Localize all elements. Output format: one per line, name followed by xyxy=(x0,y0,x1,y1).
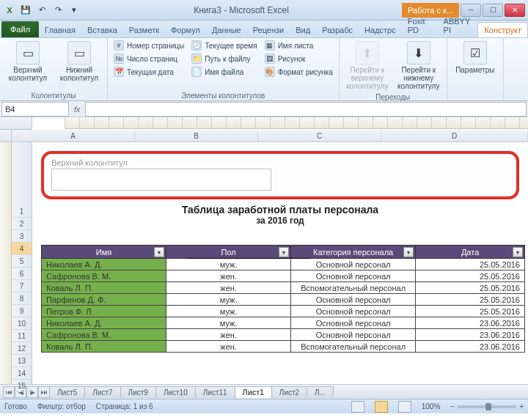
cell-name[interactable]: Николаев А. Д. xyxy=(42,317,166,329)
row-13[interactable]: 13 xyxy=(12,355,32,367)
name-box[interactable]: B4 xyxy=(1,102,69,117)
row-7[interactable]: 7 xyxy=(12,280,32,292)
tab-view[interactable]: Вид xyxy=(290,23,316,37)
cell-cat[interactable]: Основной персонал xyxy=(291,294,416,306)
table-row[interactable]: Коваль Л. П.жен.Вспомогательный персонал… xyxy=(42,341,525,353)
save-icon[interactable]: 💾 xyxy=(19,4,32,17)
cell-name[interactable]: Коваль Л. П. xyxy=(42,282,166,294)
col-B[interactable]: B xyxy=(135,130,258,141)
tab-foxit[interactable]: Foxit PD xyxy=(402,14,438,37)
format-picture-button[interactable]: 🎨Формат рисунка xyxy=(263,66,334,78)
table-row[interactable]: Коваль Л. П.жен.Вспомогательный персонал… xyxy=(42,282,525,294)
cell-name[interactable]: Петров Ф. Л. xyxy=(42,306,166,317)
cell-date[interactable]: 23.06.2016 xyxy=(416,317,525,329)
cell-date[interactable]: 23.06.2016 xyxy=(416,341,525,353)
column-header[interactable]: Имя▾ xyxy=(42,246,166,259)
cell-name[interactable]: Сафронова В. М. xyxy=(42,270,166,282)
fx-icon[interactable]: fx xyxy=(69,105,85,114)
formula-input[interactable] xyxy=(85,102,527,117)
view-normal-button[interactable] xyxy=(351,401,364,413)
current-time-button[interactable]: 🕒Текущее время xyxy=(190,40,258,51)
zoom-in-icon[interactable]: + xyxy=(519,402,524,410)
cell-name[interactable]: Парфенов Д. Ф. xyxy=(42,294,166,306)
sheet-tab[interactable]: Лист2 xyxy=(271,386,307,398)
page-count-button[interactable]: №Число страниц xyxy=(112,53,186,65)
table-row[interactable]: Николаев А. Д.муж.Основной персонал25.05… xyxy=(42,259,525,270)
select-all-corner[interactable] xyxy=(0,117,32,130)
sheet-name-button[interactable]: ▦Имя листа xyxy=(263,40,334,51)
cell-sex[interactable]: жен. xyxy=(166,270,291,282)
table-row[interactable]: Парфенов Д. Ф.муж.Основной персонал25.05… xyxy=(42,294,525,306)
sheet-tab[interactable]: Л... xyxy=(307,386,334,398)
row-3[interactable]: 3 xyxy=(12,230,32,243)
cell-cat[interactable]: Основной персонал xyxy=(291,329,416,341)
sheet-tab[interactable]: Лист5 xyxy=(49,386,85,398)
page-number-button[interactable]: #Номер страницы xyxy=(112,40,186,51)
footer-button[interactable]: ▭ Нижний колонтитул xyxy=(56,40,103,84)
row-2[interactable]: 2 xyxy=(12,218,32,230)
row-10[interactable]: 10 xyxy=(12,317,32,330)
header-button[interactable]: ▭ Верхний колонтитул xyxy=(4,40,51,84)
cell-sex[interactable]: муж. xyxy=(166,317,291,329)
maximize-button[interactable]: ☐ xyxy=(483,4,503,17)
row-1[interactable]: 1 xyxy=(12,205,32,218)
qat-dropdown-icon[interactable]: ▾ xyxy=(67,4,81,17)
options-button[interactable]: ☑ Параметры xyxy=(452,40,499,75)
row-11[interactable]: 11 xyxy=(12,330,32,342)
filter-dropdown-icon[interactable]: ▾ xyxy=(154,247,164,257)
col-C[interactable]: C xyxy=(258,130,381,141)
tab-addins[interactable]: Надстрс xyxy=(359,23,402,37)
row-8[interactable]: 8 xyxy=(12,292,32,305)
cell-date[interactable]: 25.05.2016 xyxy=(416,270,525,282)
sheet-tab[interactable]: Лист11 xyxy=(195,386,235,398)
goto-footer-button[interactable]: ⬇ Перейти к нижнему колонтитулу xyxy=(395,40,442,92)
row-15[interactable]: 15 xyxy=(12,380,32,392)
row-4[interactable]: 4 xyxy=(12,243,32,255)
table-row[interactable]: Петров Ф. Л.муж.Основной персонал25.05.2… xyxy=(42,306,525,317)
cell-name[interactable]: Сафронова В. М. xyxy=(42,329,166,341)
view-page-break-button[interactable] xyxy=(398,401,411,413)
close-button[interactable]: ✕ xyxy=(505,4,525,17)
view-page-layout-button[interactable] xyxy=(375,401,388,413)
tab-design[interactable]: Конструкт xyxy=(477,22,528,37)
column-header[interactable]: Дата▾ xyxy=(416,246,525,259)
cell-date[interactable]: 25.05.2016 xyxy=(416,259,525,270)
file-tab[interactable]: Файл xyxy=(1,21,39,37)
cell-cat[interactable]: Вспомогательный персонал xyxy=(291,341,416,353)
row-12[interactable]: 12 xyxy=(12,342,32,355)
sheet-tab[interactable]: Лист10 xyxy=(155,386,196,398)
cell-cat[interactable]: Основной персонал xyxy=(291,317,416,329)
column-header[interactable]: Пол▾ xyxy=(166,246,291,259)
zoom-slider[interactable]: − + xyxy=(450,402,524,410)
col-D[interactable]: D xyxy=(381,130,528,141)
current-date-button[interactable]: 📅Текущая дата xyxy=(112,66,186,78)
row-5[interactable]: 5 xyxy=(12,255,32,268)
cell-sex[interactable]: жен. xyxy=(166,282,291,294)
header-left-input[interactable] xyxy=(51,169,271,191)
tab-nav-last[interactable]: ⏭ xyxy=(38,386,50,398)
cell-sex[interactable]: жен. xyxy=(166,329,291,341)
tab-data[interactable]: Данные xyxy=(206,23,247,37)
cell-cat[interactable]: Основной персонал xyxy=(291,270,416,282)
picture-button[interactable]: 🖼Рисунок xyxy=(263,53,334,65)
column-header[interactable]: Категория персонала▾ xyxy=(291,246,416,259)
row-6[interactable]: 6 xyxy=(12,268,32,280)
cell-name[interactable]: Коваль Л. П. xyxy=(42,341,166,353)
sheet-tab[interactable]: Лист7 xyxy=(84,386,120,398)
cell-date[interactable]: 25.05.2016 xyxy=(416,294,525,306)
row-14[interactable]: 14 xyxy=(12,367,32,380)
cell-cat[interactable]: Основной персонал xyxy=(291,306,416,317)
zoom-out-icon[interactable]: − xyxy=(450,402,455,410)
tab-insert[interactable]: Вставка xyxy=(81,23,123,37)
filter-dropdown-icon[interactable]: ▾ xyxy=(279,247,289,257)
redo-icon[interactable]: ↷ xyxy=(51,4,65,17)
filter-dropdown-icon[interactable]: ▾ xyxy=(403,247,414,257)
tab-review[interactable]: Рецензи xyxy=(247,23,290,37)
col-A[interactable]: A xyxy=(12,130,135,141)
cell-sex[interactable]: муж. xyxy=(166,259,291,270)
tab-layout[interactable]: Разметк xyxy=(123,23,165,37)
cell-cat[interactable]: Вспомогательный персонал xyxy=(291,282,416,294)
filter-dropdown-icon[interactable]: ▾ xyxy=(513,247,523,257)
row-9[interactable]: 9 xyxy=(12,305,32,317)
sheet-tab[interactable]: Лист9 xyxy=(120,386,156,398)
